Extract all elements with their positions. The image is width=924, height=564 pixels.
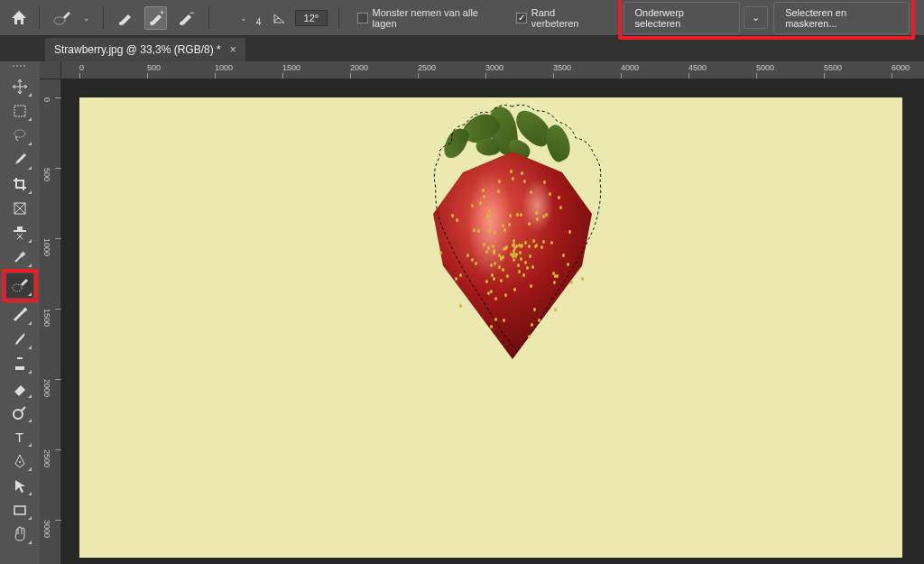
svg-text:+: + <box>160 10 164 17</box>
brush-size-value: 4 <box>256 17 262 27</box>
eyedropper-tool[interactable] <box>6 147 33 171</box>
ruler-corner[interactable] <box>40 61 61 79</box>
svg-rect-12 <box>14 230 26 232</box>
spot-heal-tool[interactable] <box>6 220 33 245</box>
enhance-edge-checkbox[interactable]: ✓ Rand verbeteren <box>516 7 603 29</box>
canvas-area: 0500100015002000250030003500400045005000… <box>40 61 924 564</box>
enhance-edge-label: Rand verbeteren <box>531 7 604 29</box>
brush-tool[interactable] <box>6 327 33 351</box>
type-tool[interactable]: T <box>6 424 33 448</box>
document-tab[interactable]: Strawberry.jpg @ 33,3% (RGB/8) * × <box>45 38 245 61</box>
move-tool[interactable] <box>6 74 33 98</box>
gradient-tool[interactable] <box>6 302 33 327</box>
angle-icon <box>272 10 288 26</box>
crop-tool[interactable] <box>6 171 33 196</box>
horizontal-ruler[interactable]: 0500100015002000250030003500400045005000… <box>61 61 924 79</box>
angle-input[interactable]: 12° <box>295 10 328 26</box>
strawberry-image <box>386 106 639 377</box>
hand-tool[interactable] <box>6 522 33 546</box>
sample-all-layers-label: Monster nemen van alle lagen <box>373 7 503 29</box>
document-tab-bar: Strawberry.jpg @ 33,3% (RGB/8) * × <box>0 36 924 61</box>
document-canvas[interactable] <box>79 97 902 558</box>
svg-text:T: T <box>15 430 23 444</box>
quick-selection-tool[interactable] <box>6 273 33 298</box>
panel-grip-icon[interactable] <box>13 65 27 70</box>
divider <box>39 7 40 29</box>
svg-point-4 <box>180 22 183 25</box>
svg-rect-6 <box>14 106 25 116</box>
clone-stamp-tool[interactable] <box>6 351 33 375</box>
vertical-ruler[interactable]: 050010001500200025003000 <box>40 79 61 564</box>
select-subject-button[interactable]: Onderwerp selecteren <box>624 2 741 34</box>
divider <box>208 7 209 29</box>
home-button[interactable] <box>9 9 28 27</box>
divider <box>338 7 339 29</box>
sample-all-layers-checkbox[interactable]: Monster nemen van alle lagen <box>357 7 502 29</box>
lasso-tool[interactable] <box>6 123 33 147</box>
svg-point-1 <box>119 22 123 25</box>
svg-point-18 <box>19 461 21 463</box>
highlight-box: Onderwerp selecteren ⌄ Selecteren en mas… <box>618 0 915 40</box>
brush-size-chevron-icon[interactable]: ⌄ <box>238 14 249 23</box>
pen-tool[interactable] <box>6 448 33 473</box>
new-selection-icon[interactable] <box>115 6 137 30</box>
svg-rect-19 <box>14 506 25 514</box>
svg-point-16 <box>14 410 23 419</box>
tools-sidebar: T <box>0 61 40 564</box>
add-to-selection-icon[interactable]: + <box>144 6 167 30</box>
brush-preset-picker[interactable] <box>51 6 73 30</box>
select-subject-dropdown[interactable]: ⌄ <box>744 6 768 29</box>
svg-point-13 <box>13 284 22 291</box>
dodge-tool[interactable] <box>6 400 33 424</box>
brush-preset-chevron-icon[interactable]: ⌄ <box>81 14 92 23</box>
svg-point-14 <box>23 308 27 311</box>
frame-tool[interactable] <box>6 196 33 220</box>
subtract-from-selection-icon[interactable]: − <box>174 6 197 30</box>
svg-point-0 <box>54 17 65 24</box>
magic-wand-tool[interactable] <box>6 245 33 269</box>
chevron-down-icon: ⌄ <box>752 12 760 23</box>
close-tab-icon[interactable]: × <box>230 43 236 56</box>
svg-rect-15 <box>15 366 24 370</box>
path-selection-tool[interactable] <box>6 473 33 497</box>
select-and-mask-button[interactable]: Selecteren en maskeren... <box>773 2 910 34</box>
eraser-tool[interactable] <box>6 375 33 400</box>
svg-point-2 <box>150 22 153 25</box>
document-tab-title: Strawberry.jpg @ 33,3% (RGB/8) * <box>54 43 221 56</box>
divider <box>103 7 104 29</box>
rectangle-tool[interactable] <box>6 497 33 522</box>
svg-point-7 <box>14 130 25 137</box>
svg-text:−: − <box>189 10 194 17</box>
marquee-tool[interactable] <box>6 98 33 123</box>
checkbox-icon <box>357 13 368 23</box>
highlight-box-tool <box>2 269 38 302</box>
checkbox-icon: ✓ <box>516 13 527 23</box>
options-bar: ⌄ + − ⌄ 4 12° Monster nemen van alle lag… <box>0 0 924 36</box>
